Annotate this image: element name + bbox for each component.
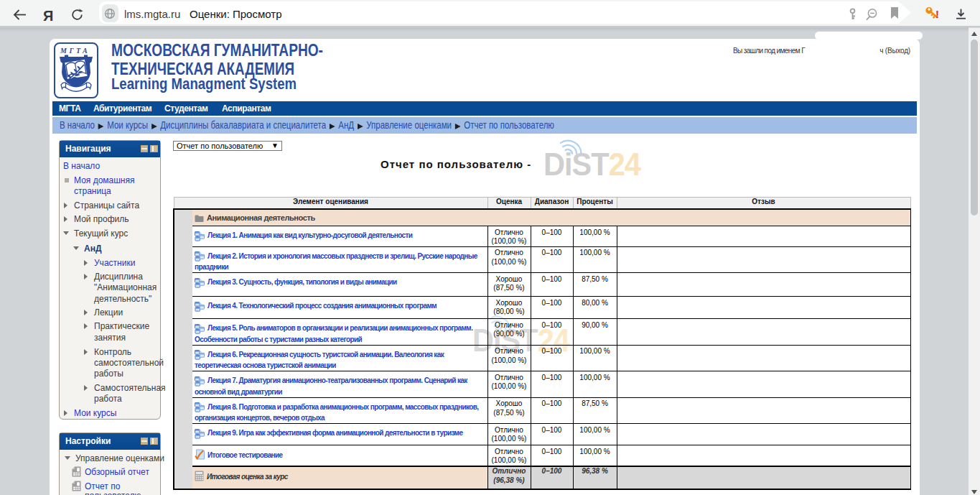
svg-text:МГТА: МГТА xyxy=(60,47,90,55)
svg-text:!: ! xyxy=(935,8,939,20)
